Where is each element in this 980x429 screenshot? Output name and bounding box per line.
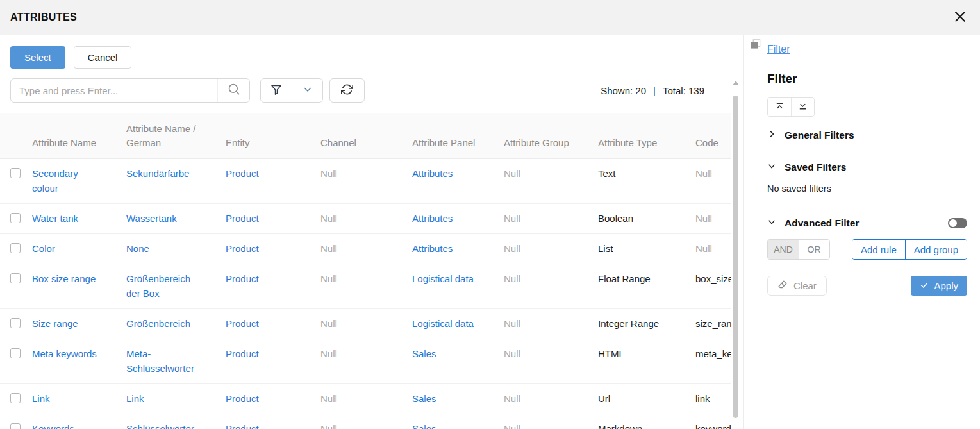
row-checkbox[interactable]	[10, 213, 21, 223]
cell-entity[interactable]: Product	[226, 211, 320, 226]
filter-button[interactable]	[261, 79, 292, 102]
cell-entity[interactable]: Product	[226, 316, 320, 331]
cell-entity[interactable]: Product	[226, 271, 320, 286]
cell-attribute-group: Null	[504, 316, 598, 331]
add-rule-button[interactable]: Add rule	[852, 240, 905, 259]
attributes-dialog: ATTRIBUTES Select Cancel	[0, 0, 980, 429]
close-icon	[954, 11, 966, 24]
and-button[interactable]: AND	[768, 240, 799, 259]
row-checkbox[interactable]	[10, 393, 21, 403]
cell-entity[interactable]: Product	[226, 346, 320, 361]
chevron-right-icon	[767, 130, 776, 141]
cell-attribute-panel[interactable]: Sales	[412, 391, 504, 406]
select-button[interactable]: Select	[10, 46, 65, 69]
cell-attribute-name[interactable]: Keywords	[32, 421, 126, 429]
cell-entity[interactable]: Product	[226, 241, 320, 256]
cell-code: box_size_range	[695, 271, 731, 286]
cell-channel: Null	[320, 211, 412, 226]
cell-attribute-name[interactable]: Meta keywords	[32, 346, 126, 361]
close-button[interactable]	[952, 8, 968, 27]
cell-attribute-name-german[interactable]: Schlüsselwörter	[126, 421, 226, 429]
chevron-down-icon	[767, 217, 776, 229]
cell-attribute-type: Float Range	[598, 271, 695, 286]
search-input[interactable]	[11, 85, 217, 96]
cell-attribute-type: Markdown	[598, 421, 695, 429]
scrollbar-thumb[interactable]	[733, 96, 738, 418]
toolbar: Shown: 20 | Total: 139	[10, 78, 720, 103]
row-checkbox[interactable]	[10, 318, 21, 328]
search-button[interactable]	[217, 79, 249, 102]
table-row: Water tank Wassertank Product Null Attri…	[0, 204, 731, 234]
column-header-code[interactable]: Code	[695, 136, 731, 150]
cell-attribute-name-german[interactable]: None	[126, 241, 226, 256]
cell-attribute-panel[interactable]: Sales	[412, 421, 504, 429]
row-checkbox[interactable]	[10, 243, 21, 253]
column-header-attribute-group[interactable]: Attribute Group	[504, 136, 598, 150]
filter-heading: Filter	[767, 72, 967, 86]
column-header-attribute-type[interactable]: Attribute Type	[598, 136, 695, 150]
cell-attribute-panel[interactable]: Attributes	[412, 166, 504, 181]
cell-attribute-name[interactable]: Color	[32, 241, 126, 256]
cell-attribute-name[interactable]: Secondary colour	[32, 166, 126, 196]
search-box	[10, 78, 250, 103]
cell-code: keywords	[695, 421, 731, 429]
no-saved-filters-text: No saved filters	[767, 183, 967, 194]
cell-channel: Null	[320, 271, 412, 286]
row-checkbox[interactable]	[10, 423, 21, 429]
refresh-button[interactable]	[329, 78, 365, 103]
cell-attribute-name-german[interactable]: Größenbereich	[126, 316, 226, 331]
section-saved-filters[interactable]: Saved Filters	[767, 162, 967, 173]
cell-attribute-name-german[interactable]: Größenbereich der Box	[126, 271, 226, 301]
cell-entity[interactable]: Product	[226, 391, 320, 406]
add-group-button[interactable]: Add group	[905, 240, 967, 259]
scroll-up-arrow-icon[interactable]	[733, 81, 739, 85]
cell-attribute-panel[interactable]: Logistical data	[412, 271, 504, 286]
column-header-attribute-name[interactable]: Attribute Name	[32, 136, 126, 150]
filter-link[interactable]: Filter	[767, 44, 790, 55]
vertical-scrollbar[interactable]	[731, 81, 740, 429]
cell-attribute-group: Null	[504, 241, 598, 256]
cell-attribute-panel[interactable]: Logistical data	[412, 316, 504, 331]
cell-attribute-name[interactable]: Size range	[32, 316, 126, 331]
cell-code: size_range	[695, 316, 731, 331]
section-advanced-filter[interactable]: Advanced Filter	[767, 217, 967, 229]
cell-entity[interactable]: Product	[226, 166, 320, 181]
column-header-attribute-name-german[interactable]: Attribute Name / German	[126, 122, 226, 150]
row-checkbox[interactable]	[10, 348, 21, 358]
filter-dropdown-button[interactable]	[292, 79, 322, 102]
dialog-title: ATTRIBUTES	[10, 12, 77, 23]
cell-channel: Null	[320, 241, 412, 256]
clear-label: Clear	[793, 280, 817, 291]
or-button[interactable]: OR	[799, 240, 829, 259]
column-header-entity[interactable]: Entity	[226, 136, 320, 150]
cell-attribute-name-german[interactable]: Sekundärfarbe	[126, 166, 226, 181]
clear-button[interactable]: Clear	[767, 276, 827, 296]
add-buttons-group: Add rule Add group	[852, 239, 967, 260]
cell-attribute-name[interactable]: Link	[32, 391, 126, 406]
cell-attribute-name-german[interactable]: Meta-Schlüsselwörter	[126, 346, 226, 376]
chevron-down-icon	[767, 162, 776, 173]
cell-attribute-name[interactable]: Water tank	[32, 211, 126, 226]
section-label: General Filters	[785, 130, 854, 141]
row-checkbox[interactable]	[10, 168, 21, 178]
collapse-all-button[interactable]	[768, 98, 791, 116]
row-checkbox[interactable]	[10, 273, 21, 283]
shown-count: Shown: 20	[601, 85, 646, 96]
cell-attribute-panel[interactable]: Sales	[412, 346, 504, 361]
cell-attribute-name-german[interactable]: Link	[126, 391, 226, 406]
cell-channel: Null	[320, 316, 412, 331]
cancel-button[interactable]: Cancel	[74, 46, 132, 69]
cell-attribute-panel[interactable]: Attributes	[412, 211, 504, 226]
column-header-attribute-panel[interactable]: Attribute Panel	[412, 136, 504, 150]
cell-attribute-panel[interactable]: Attributes	[412, 241, 504, 256]
apply-button[interactable]: Apply	[911, 276, 967, 296]
expand-all-button[interactable]	[791, 98, 814, 116]
table-row: Color None Product Null Attributes Null …	[0, 234, 731, 264]
column-header-channel[interactable]: Channel	[320, 136, 412, 150]
cell-attribute-name[interactable]: Box size range	[32, 271, 126, 286]
section-general-filters[interactable]: General Filters	[767, 130, 967, 141]
advanced-filter-toggle[interactable]	[948, 218, 967, 228]
table-row: Box size range Größenbereich der Box Pro…	[0, 264, 731, 309]
cell-entity[interactable]: Product	[226, 421, 320, 429]
cell-attribute-name-german[interactable]: Wassertank	[126, 211, 226, 226]
